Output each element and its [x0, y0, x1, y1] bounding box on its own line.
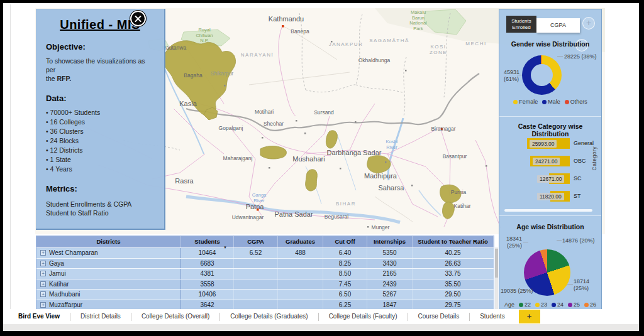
tab-course-details[interactable]: Course Details: [408, 309, 470, 324]
sort-descending-icon[interactable]: ▼: [223, 242, 227, 253]
table-cell: 6.50: [323, 290, 367, 300]
column-header-internships[interactable]: Internships: [367, 236, 413, 247]
students-enrolled-toggle[interactable]: Students Enrolled: [506, 16, 536, 33]
left-margin: [3, 3, 35, 325]
tab-college-details-graduates[interactable]: College Details (Graduates): [220, 309, 318, 324]
caste-chart-title: Caste Category wise Distribution: [499, 122, 601, 138]
metrics-line: Student to Staff Ratio: [46, 209, 154, 217]
district-name: Madhubani: [49, 290, 80, 300]
legend-item-24[interactable]: 24: [552, 301, 564, 308]
column-header-student-to-teacher-ratio[interactable]: Student to Teacher Ratio: [413, 236, 494, 247]
gender-donut-chart[interactable]: [522, 55, 562, 95]
table-cell: [278, 259, 323, 269]
column-header-graduates[interactable]: Graduates: [278, 236, 323, 247]
table-cell: 6.40: [323, 248, 367, 258]
table-cell: 33.75: [413, 269, 494, 279]
legend-item-others[interactable]: Others: [565, 99, 587, 105]
table-cell: 1847: [367, 300, 413, 310]
table-header-row: DistrictsStudents▼CGPAGraduatesCut OffIn…: [36, 236, 494, 247]
table-row[interactable]: +West Champaran104646.524886.40535040.25: [36, 247, 494, 258]
table-cell: 6.25: [323, 300, 367, 310]
legend-item-22[interactable]: 22: [519, 301, 531, 308]
table-cell: [234, 269, 278, 279]
page-tab-bar: Bird Eve ViewDistrict DetailsCollege Det…: [3, 309, 639, 324]
metrics-heading: Metrics:: [46, 184, 154, 193]
expand-row-icon[interactable]: +: [40, 291, 46, 297]
legend-item-26[interactable]: 26: [584, 301, 596, 308]
table-cell: 35.50: [413, 279, 494, 290]
dashboard-canvas: KathmanduBanepaOkhaldhungaJANAKPURSAGAMĀ…: [3, 3, 639, 331]
gender-callout-right: 28225 (38%): [564, 53, 597, 60]
table-cell: [278, 279, 323, 290]
tab-college-details-overall[interactable]: College Details (Overall): [131, 309, 219, 324]
table-body: +West Champaran104646.524886.40535040.25…: [36, 247, 494, 312]
expand-row-icon[interactable]: +: [40, 281, 46, 287]
caste-bar-row-sc[interactable]: 12671.00SC: [504, 173, 597, 184]
legend-dot: [542, 100, 547, 104]
add-page-button[interactable]: +: [519, 310, 540, 323]
right-panel: + − Students Enrolled CGPA Gender wise D…: [499, 9, 602, 312]
table-cell: 488: [278, 248, 323, 258]
table-row[interactable]: +Muzaffarpur36426.25184729.75: [36, 300, 494, 310]
age-legend: Age2223242526: [499, 301, 601, 308]
expand-row-icon[interactable]: +: [40, 271, 46, 276]
expand-row-icon[interactable]: +: [40, 302, 46, 308]
table-row[interactable]: +Madhubani104066.50526729.50: [36, 289, 494, 300]
column-header-cut-off[interactable]: Cut Off: [323, 236, 367, 247]
caste-category-label: General: [574, 140, 594, 146]
close-icon[interactable]: [130, 11, 146, 26]
objective-text: To showcase the visualizations as per th…: [46, 57, 154, 84]
gender-chart-title: Gender wise Distribution: [499, 40, 601, 48]
caste-scrollbar[interactable]: [504, 209, 592, 212]
legend-dot: [584, 303, 589, 307]
table-cell: 6.52: [234, 248, 278, 258]
table-row[interactable]: +Katihar35587.45243935.50: [36, 279, 494, 290]
table-cell: [234, 259, 278, 269]
caste-axis-label: Category: [591, 146, 597, 171]
table-cell: [278, 269, 323, 279]
table-cell: [234, 290, 278, 300]
caste-bar-row-st[interactable]: 11820.00ST: [504, 191, 597, 202]
column-header-students[interactable]: Students▼: [181, 236, 234, 247]
table-cell: [278, 300, 323, 310]
caste-bar-row-general[interactable]: 25993.00General: [504, 138, 597, 149]
legend-title: Age: [504, 301, 514, 308]
map-zoom-in-icon[interactable]: +: [582, 17, 595, 30]
district-name: Muzaffarpur: [49, 300, 82, 310]
tab-bird-eve-view[interactable]: Bird Eve View: [8, 309, 70, 324]
window-frame: KathmanduBanepaOkhaldhungaJANAKPURSAGAMĀ…: [0, 0, 644, 336]
legend-item-25[interactable]: 25: [568, 301, 580, 308]
data-bullet: • 1 State: [46, 155, 154, 165]
legend-dot: [568, 303, 572, 307]
tab-students[interactable]: Students: [470, 309, 514, 324]
table-cell: 3642: [181, 300, 234, 310]
legend-item-23[interactable]: 23: [535, 301, 547, 308]
table-cell: 29.50: [413, 290, 494, 300]
caste-bar-value: 24271.00: [533, 158, 560, 165]
age-callout-top-right: 14876 (20%): [562, 237, 595, 244]
caste-bar-chart: 25993.00General24271.00OBC12671.00SC1182…: [504, 138, 597, 209]
legend-item-female[interactable]: Female: [513, 99, 538, 105]
table-row[interactable]: +Jamui43818.50216533.75: [36, 268, 494, 279]
caste-bar-row-obc[interactable]: 24271.00OBC: [504, 156, 597, 166]
table-cell: [234, 300, 278, 310]
cgpa-toggle[interactable]: CGPA: [536, 18, 580, 33]
tab-college-details-faculty[interactable]: College Details (Faculty): [319, 309, 408, 324]
districts-table[interactable]: DistrictsStudents▼CGPAGraduatesCut OffIn…: [36, 236, 494, 312]
data-bullet: • 70000+ Students: [46, 108, 154, 117]
table-row[interactable]: +Gaya66838.25343026.63: [36, 258, 494, 269]
table-cell: 2165: [367, 269, 413, 279]
tab-district-details[interactable]: District Details: [70, 309, 131, 324]
table-scrollbar[interactable]: [495, 247, 498, 310]
expand-row-icon[interactable]: +: [40, 261, 46, 266]
column-header-districts[interactable]: Districts: [36, 236, 181, 247]
table-cell: 5267: [367, 290, 413, 300]
legend-item-male[interactable]: Male: [542, 99, 560, 105]
data-bullet-list: • 70000+ Students• 16 Colleges• 36 Clust…: [46, 108, 154, 174]
column-header-cgpa[interactable]: CGPA: [234, 236, 278, 247]
caste-category-label: SC: [574, 175, 582, 182]
table-cell: 8.50: [323, 269, 367, 279]
legend-dot: [535, 303, 540, 307]
table-cell: 3430: [367, 259, 413, 269]
expand-row-icon[interactable]: +: [40, 250, 46, 256]
